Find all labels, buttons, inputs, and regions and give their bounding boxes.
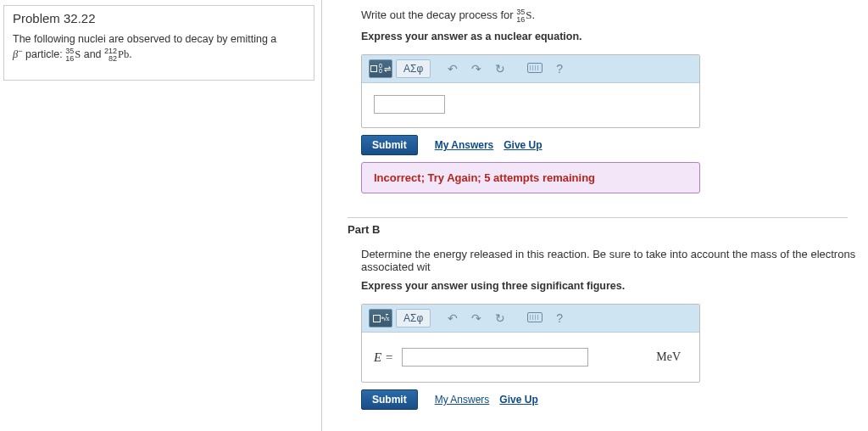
part-b-toolbar: ⁿ√x ΑΣφ ↶ ↷ ↻ ? xyxy=(362,305,699,333)
part-a-prompt-lead: Write out the decay process for xyxy=(361,8,516,21)
part-b-title: Part B xyxy=(348,223,868,236)
part-a-input-area xyxy=(362,83,699,127)
desc-lead: The following nuclei are observed to dec… xyxy=(13,33,276,45)
part-a-nuclide-symbol: S xyxy=(526,8,531,21)
nuclide-2-indices: 21282 xyxy=(104,48,117,63)
undo-icon[interactable]: ↶ xyxy=(442,62,463,76)
part-a-content: Write out the decay process for 3516S. E… xyxy=(348,0,868,202)
part-a-submit-button[interactable]: Submit xyxy=(361,135,418,155)
part-a-subprompt: Express your answer as a nuclear equatio… xyxy=(361,31,868,42)
part-b-content: Determine the energy released in this re… xyxy=(348,239,868,425)
part-b-subprompt: Express your answer using three signific… xyxy=(361,280,868,292)
particle-word: particle: xyxy=(25,48,65,60)
template-button[interactable]: 00⇌ xyxy=(369,59,392,78)
part-b-answer-input[interactable] xyxy=(402,348,588,367)
nuclide-1-symbol: S xyxy=(75,48,81,60)
reset-icon[interactable]: ↻ xyxy=(490,311,510,325)
part-a-submit-row: Submit My Answers Give Up xyxy=(361,135,868,155)
part-b-link-group: My Answers Give Up xyxy=(435,394,538,406)
right-column: Write out the decay process for 3516S. E… xyxy=(322,0,868,431)
part-b-variable: E = xyxy=(374,350,393,365)
undo-icon[interactable]: ↶ xyxy=(442,311,463,325)
part-a-feedback: Incorrect; Try Again; 5 attempts remaini… xyxy=(361,162,700,193)
redo-icon[interactable]: ↷ xyxy=(466,311,487,325)
part-b-give-up-link[interactable]: Give Up xyxy=(499,394,537,406)
beta-minus: − xyxy=(18,47,22,55)
help-icon[interactable]: ? xyxy=(551,62,568,76)
and-word: and xyxy=(84,48,104,60)
part-b-prompt: Determine the energy released in this re… xyxy=(361,248,868,273)
redo-icon[interactable]: ↷ xyxy=(466,62,487,76)
part-b-submit-button[interactable]: Submit xyxy=(361,389,418,410)
help-icon[interactable]: ? xyxy=(551,311,568,325)
problem-statement-box: Problem 32.22 The following nuclei are o… xyxy=(3,5,314,81)
problem-description: The following nuclei are observed to dec… xyxy=(13,32,305,63)
problem-title: Problem 32.22 xyxy=(13,11,305,25)
part-b-submit-row: Submit My Answers Give Up xyxy=(361,389,868,410)
nuclide-2-symbol: Pb xyxy=(118,48,129,60)
part-b-input-area: E = MeV xyxy=(362,333,699,382)
nuclide-1-indices: 3516 xyxy=(65,48,74,63)
part-a-my-answers-link[interactable]: My Answers xyxy=(435,139,494,151)
part-a-link-group: My Answers Give Up xyxy=(435,139,542,151)
part-a-nuclide-indices: 3516 xyxy=(516,8,525,24)
part-a-answer-box: 00⇌ ΑΣφ ↶ ↷ ↻ ? xyxy=(361,54,700,128)
left-column: Problem 32.22 The following nuclei are o… xyxy=(0,0,322,431)
part-a-give-up-link[interactable]: Give Up xyxy=(504,139,542,151)
part-a-prompt-tail: . xyxy=(532,8,536,21)
greek-button[interactable]: ΑΣφ xyxy=(396,309,431,327)
part-b-my-answers-link[interactable]: My Answers xyxy=(435,394,490,406)
keyboard-icon[interactable] xyxy=(522,62,548,76)
separator xyxy=(348,217,848,218)
part-a-prompt: Write out the decay process for 3516S. xyxy=(361,8,868,24)
keyboard-icon[interactable] xyxy=(522,311,548,325)
desc-period: . xyxy=(129,48,131,60)
part-b-answer-box: ⁿ√x ΑΣφ ↶ ↷ ↻ ? E = MeV xyxy=(361,304,700,383)
part-b-unit: MeV xyxy=(656,350,687,364)
greek-button[interactable]: ΑΣφ xyxy=(396,59,431,78)
part-a-answer-input[interactable] xyxy=(374,95,445,114)
part-a-toolbar: 00⇌ ΑΣφ ↶ ↷ ↻ ? xyxy=(362,55,699,83)
template-button[interactable]: ⁿ√x xyxy=(369,309,392,327)
reset-icon[interactable]: ↻ xyxy=(490,62,510,76)
